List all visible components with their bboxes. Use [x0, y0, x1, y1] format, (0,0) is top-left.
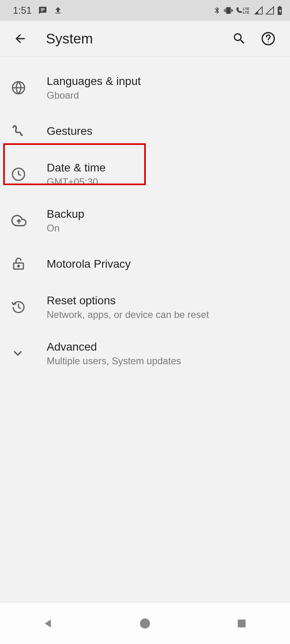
globe-icon: [11, 80, 35, 95]
item-subtitle: On: [47, 223, 84, 234]
signal-icon-2: [265, 6, 274, 15]
clock-icon: [11, 167, 35, 182]
search-icon: [232, 31, 246, 46]
nav-recent[interactable]: [218, 611, 266, 636]
status-left: 1:51: [13, 5, 62, 16]
settings-item-advanced[interactable]: Advanced Multiple users, System updates: [0, 330, 290, 376]
help-button[interactable]: [257, 27, 280, 50]
chevron-down-icon: [11, 347, 35, 360]
unlock-icon: [11, 256, 35, 271]
settings-item-reset[interactable]: Reset options Network, apps, or device c…: [0, 284, 290, 330]
signal-icon-1: [254, 6, 263, 15]
cloud-upload-icon: [11, 213, 35, 228]
status-time: 1:51: [13, 5, 32, 16]
nav-home[interactable]: [121, 611, 169, 636]
message-icon: [38, 6, 47, 15]
battery-charging-icon: [277, 6, 283, 15]
svg-point-3: [268, 41, 269, 42]
bluetooth-icon: [213, 6, 221, 15]
item-subtitle: Gboard: [47, 90, 141, 101]
svg-point-9: [140, 618, 150, 628]
settings-item-languages[interactable]: Languages & input Gboard: [0, 64, 290, 111]
help-icon: [261, 31, 276, 46]
item-subtitle: Network, apps, or device can be reset: [47, 309, 209, 320]
vibrate-icon: [224, 6, 233, 15]
volte-icon: LTE LTE: [236, 6, 252, 15]
item-title: Gestures: [47, 124, 93, 138]
status-right: LTE LTE: [213, 6, 283, 15]
back-button[interactable]: [9, 27, 31, 50]
item-title: Motorola Privacy: [47, 257, 131, 271]
item-title: Date & time: [47, 161, 106, 175]
upload-icon: [54, 6, 62, 15]
svg-point-8: [18, 265, 19, 267]
nav-back[interactable]: [24, 611, 72, 636]
item-title: Reset options: [47, 293, 209, 308]
svg-rect-10: [238, 619, 246, 627]
svg-text:LTE: LTE: [243, 10, 249, 14]
app-actions: [228, 27, 280, 50]
settings-list: Languages & input Gboard Gestures Date &…: [0, 57, 290, 376]
item-title: Backup: [47, 207, 84, 221]
arrow-back-icon: [13, 32, 27, 45]
search-button[interactable]: [228, 27, 251, 50]
item-title: Advanced: [47, 340, 181, 354]
item-subtitle: Multiple users, System updates: [47, 355, 181, 367]
page-title: System: [46, 31, 228, 47]
nav-bar: [0, 602, 290, 644]
settings-item-date-time[interactable]: Date & time GMT+05:30: [0, 151, 290, 197]
settings-item-backup[interactable]: Backup On: [0, 197, 290, 244]
item-subtitle: GMT+05:30: [47, 176, 106, 188]
restore-icon: [11, 300, 35, 314]
app-bar: System: [0, 21, 290, 57]
settings-item-gestures[interactable]: Gestures: [0, 111, 290, 151]
status-bar: 1:51 LTE LTE: [0, 0, 290, 21]
settings-item-privacy[interactable]: Motorola Privacy: [0, 244, 290, 284]
gesture-icon: [11, 124, 35, 138]
item-title: Languages & input: [47, 74, 141, 88]
